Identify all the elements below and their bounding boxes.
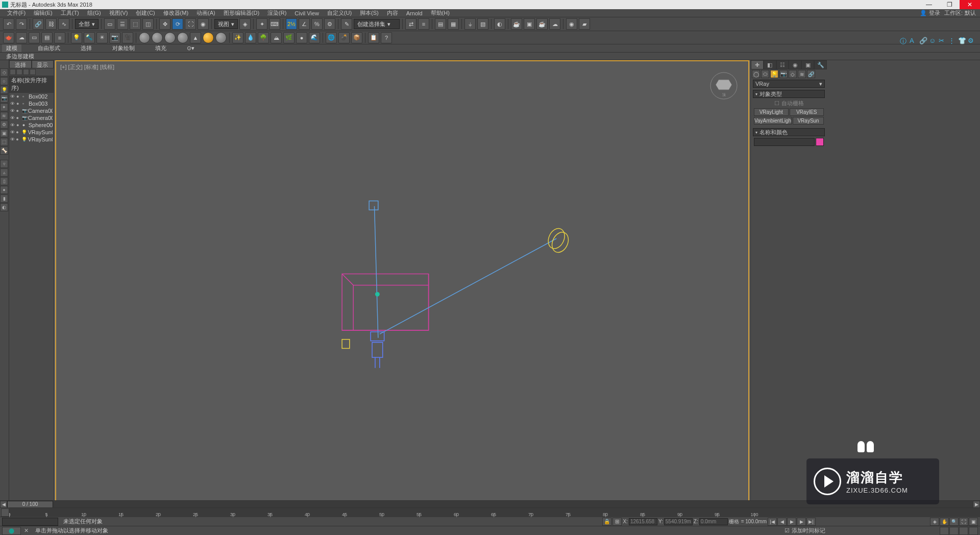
nav-arc-button[interactable] [940,527,949,535]
vrayies-button[interactable]: VRayIES [790,108,824,116]
se-tool2[interactable] [16,69,22,75]
vt-cameras-icon[interactable]: 📷 [0,94,8,103]
cp-sub-spacewarps[interactable]: ≋ [798,70,806,78]
align-button[interactable]: ≡ [418,18,429,30]
list-item[interactable]: 👁●💡VRaySun0 [9,136,54,143]
list-item[interactable]: 👁●▫Box002 [9,93,54,100]
freeze-icon[interactable]: ● [16,94,21,99]
bomb-icon[interactable]: 💣 [338,32,350,43]
plane-icon[interactable]: ▭ [29,32,40,43]
se-tool3[interactable] [23,69,29,75]
list-item[interactable]: 👁●📷Camera00 [9,107,54,114]
pivot-center-button[interactable]: ◈ [239,18,251,30]
menu-script[interactable]: 脚本(S) [357,9,382,17]
script-tab-close[interactable]: ✕ [22,527,30,535]
cylinder-icon[interactable] [164,32,176,43]
text-icon[interactable]: A [910,37,918,45]
direct-light-icon[interactable]: ☀ [96,32,108,43]
se-tool1[interactable] [10,69,16,75]
timeslider-handle[interactable]: 0 / 100 [7,501,53,508]
ribbon-tab-objectpaint[interactable]: 对象绘制 [108,44,139,52]
coord-x-input[interactable]: 12615.658 [629,518,657,525]
nav-maxview-button[interactable] [959,527,968,535]
maxscript-mini-listener[interactable] [2,518,58,526]
play-end-button[interactable]: ▶| [806,518,816,526]
nav-grab-button[interactable] [969,527,978,535]
water-icon[interactable]: 🌊 [309,32,320,43]
help-icon[interactable]: ? [381,32,392,43]
rock-icon[interactable]: ● [296,32,307,43]
create-category-dropdown[interactable]: VRay▾ [753,80,825,88]
chain-icon[interactable]: 🔗 [919,37,927,45]
spray-icon[interactable]: 💧 [245,32,256,43]
close-button[interactable]: ✕ [960,0,980,9]
cp-sub-shapes[interactable]: ⬭ [761,70,769,78]
ribbon-sub-polymodeling[interactable]: 多边形建模 [2,53,38,60]
curve-editor-button[interactable]: ⏚ [464,18,476,30]
vt-filter5-icon[interactable]: ▮ [0,194,8,203]
eye-icon[interactable]: 👁 [10,101,15,106]
timeslider-track[interactable]: 0 / 100 [7,501,973,508]
vray-render-button[interactable]: ▰ [579,18,590,30]
vt-filter4-icon[interactable]: ● [0,186,8,194]
cone-icon[interactable] [177,32,188,43]
vt-spacewarp-icon[interactable]: ≋ [0,112,8,120]
sun-icon[interactable] [203,32,214,43]
list-item[interactable]: 👁●💡VRaySun0 [9,129,54,136]
spinner-snap-button[interactable]: ⚙ [324,18,335,30]
timeslider-prev-button[interactable]: ◀ [0,501,7,508]
rollout-header-object-type[interactable]: ▾ 对象类型 [753,90,825,98]
particle-icon[interactable]: ✨ [232,32,243,43]
terrain-icon[interactable]: ⛰ [271,32,282,43]
select-scale-button[interactable]: ⛶ [185,18,196,30]
minimize-button[interactable]: — [919,0,939,9]
menu-content[interactable]: 内容 [384,9,401,17]
vt-filter6-icon[interactable]: ◐ [0,203,8,211]
autogrid-checkbox[interactable]: ☐自动栅格 [754,100,824,107]
vt-groups-icon[interactable]: ▣ [0,129,8,137]
lock-selection-button[interactable]: 🔒 [602,518,611,526]
play-button[interactable]: ▶ [787,518,796,526]
viewport[interactable]: [+] [正交] [标准] [线框] [55,60,749,518]
timetag-checkbox[interactable]: ☑ 添加时间标记 [785,527,825,534]
vt-lights-icon[interactable]: 💡 [0,86,8,94]
timeslider-next-button[interactable]: ▶ [973,501,980,508]
smile-icon[interactable]: ☺ [929,37,937,45]
isolate-button[interactable]: ◈ [930,518,939,526]
freeze-icon[interactable]: ● [16,115,20,120]
vrayambientlight-button[interactable]: VayAmbientLigh [754,117,792,125]
link-button[interactable]: 🔗 [33,18,44,30]
nav-pan-button[interactable]: ✋ [940,518,949,526]
geosphere-icon[interactable] [152,32,163,43]
script-tab[interactable]: ⬤ [2,527,21,535]
vraysun-button[interactable]: VRaySun [793,117,824,125]
spot-light-icon[interactable]: 🔦 [84,32,95,43]
ribbon-tab-selection[interactable]: 选择 [77,44,96,52]
layer-button[interactable]: ▤ [435,18,446,30]
object-color-swatch[interactable] [816,138,824,146]
maximize-button[interactable]: ❐ [939,0,960,9]
workspace-selector[interactable]: 工作区: 默认 [944,9,976,17]
eye-icon[interactable]: 👁 [10,94,15,99]
eye-icon[interactable]: 👁 [10,108,15,113]
pyramid-icon[interactable]: ▲ [190,32,201,43]
undo-button[interactable]: ↶ [3,18,14,30]
menu-group[interactable]: 组(G) [84,9,104,17]
play-start-button[interactable]: |◀ [768,518,777,526]
menu-edit[interactable]: 编辑(E) [31,9,56,17]
menu-civilview[interactable]: Civil View [291,10,322,16]
scene-tab-select[interactable]: 选择 [9,60,32,68]
menu-render[interactable]: 渲染(R) [264,9,289,17]
menu-customize[interactable]: 自定义(U) [324,9,355,17]
cloud-icon[interactable]: ☁ [16,32,27,43]
render-a360-button[interactable]: ☁ [549,18,560,30]
eye-icon[interactable]: 👁 [10,123,15,128]
menu-file[interactable]: 文件(F) [4,9,29,17]
ribbon-toggle-icon[interactable]: ⊙▾ [183,45,199,52]
box-icon[interactable]: 📦 [351,32,362,43]
vt-xref-icon[interactable]: ⬚ [0,138,8,146]
vt-systems-icon[interactable]: ⚙ [0,120,8,129]
grid-icon[interactable]: ▤ [41,32,53,43]
selection-filter-dropdown[interactable]: 全部 ▾ [75,19,99,29]
timeline-ruler[interactable]: 0510152025303540455055606570758085909510… [9,508,980,517]
